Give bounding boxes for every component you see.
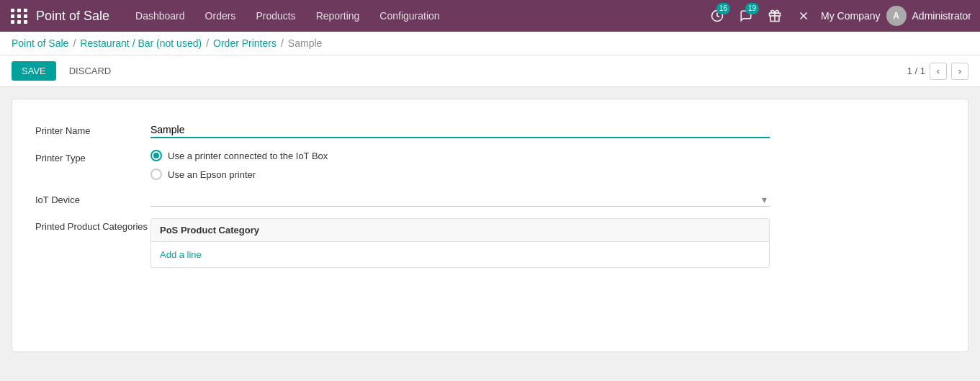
printer-name-input[interactable] — [150, 122, 770, 138]
discard-button[interactable]: DISCARD — [62, 61, 119, 81]
radio-epson-label: Use an Epson printer — [168, 169, 256, 180]
printer-name-field — [150, 122, 770, 138]
breadcrumb: Point of Sale / Restaurant / Bar (not us… — [0, 32, 980, 55]
save-button[interactable]: SAVE — [12, 61, 56, 81]
messages-icon[interactable]: 19 — [734, 4, 758, 27]
avatar[interactable]: A — [886, 6, 907, 26]
iot-input-wrap: ▾ — [150, 192, 770, 207]
gift-icon[interactable] — [763, 4, 786, 27]
activity-icon[interactable]: 16 — [706, 4, 729, 27]
printer-type-label: Printer Type — [35, 150, 150, 163]
topbar-right: 16 19 My Company A Administrator — [706, 4, 971, 27]
nav-reporting[interactable]: Reporting — [307, 4, 369, 27]
message-count: 19 — [745, 3, 759, 14]
user-name[interactable]: Administrator — [912, 10, 971, 22]
radio-iot-box[interactable]: Use a printer connected to the IoT Box — [150, 150, 770, 161]
app-title: Point of Sale — [36, 9, 109, 24]
add-line-button[interactable]: Add a line — [160, 248, 202, 261]
iot-device-row: IoT Device ▾ — [35, 192, 945, 207]
printed-categories-row: Printed Product Categories PoS Product C… — [35, 218, 945, 268]
printer-name-label: Printer Name — [35, 122, 150, 136]
categories-table-body: Add a line — [151, 242, 769, 267]
toolbar: SAVE DISCARD 1 / 1 ‹ › — [0, 55, 980, 87]
company-name[interactable]: My Company — [821, 10, 880, 22]
iot-dropdown-arrow: ▾ — [762, 194, 767, 205]
pagination-text: 1 / 1 — [907, 66, 925, 76]
printer-type-options: Use a printer connected to the IoT Box U… — [150, 150, 770, 180]
breadcrumb-order-printers[interactable]: Order Printers — [213, 37, 277, 49]
prev-page-button[interactable]: ‹ — [930, 63, 947, 80]
radio-iot-box-label: Use a printer connected to the IoT Box — [168, 151, 328, 161]
breadcrumb-restaurant[interactable]: Restaurant / Bar (not used) — [80, 37, 202, 49]
pagination: 1 / 1 ‹ › — [907, 63, 968, 80]
radio-epson[interactable]: Use an Epson printer — [150, 169, 770, 180]
breadcrumb-current: Sample — [288, 37, 322, 49]
iot-device-input[interactable] — [150, 192, 770, 207]
iot-device-field: ▾ — [150, 192, 770, 207]
printed-categories-field: PoS Product Category Add a line — [150, 218, 770, 268]
iot-device-label: IoT Device — [35, 192, 150, 205]
grid-icon[interactable] — [9, 5, 30, 27]
printer-name-row: Printer Name — [35, 122, 945, 138]
nav-orders[interactable]: Orders — [197, 4, 245, 27]
main-content: Printer Name Printer Type Use a printer … — [0, 87, 980, 364]
radio-epson-circle — [150, 169, 162, 180]
main-nav: Dashboard Orders Products Reporting Conf… — [127, 4, 706, 27]
nav-dashboard[interactable]: Dashboard — [127, 4, 194, 27]
form-card: Printer Name Printer Type Use a printer … — [12, 99, 968, 352]
close-icon[interactable] — [792, 4, 815, 27]
nav-products[interactable]: Products — [247, 4, 304, 27]
categories-table: PoS Product Category Add a line — [150, 218, 770, 268]
next-page-button[interactable]: › — [951, 63, 968, 80]
radio-iot-box-circle — [150, 150, 162, 161]
topbar: Point of Sale Dashboard Orders Products … — [0, 0, 980, 32]
printer-type-row: Printer Type Use a printer connected to … — [35, 150, 945, 180]
printed-categories-label: Printed Product Categories — [35, 218, 150, 232]
breadcrumb-pos[interactable]: Point of Sale — [12, 37, 68, 49]
nav-configuration[interactable]: Configuration — [371, 4, 448, 27]
categories-table-header: PoS Product Category — [151, 219, 769, 242]
activity-count: 16 — [716, 3, 730, 14]
